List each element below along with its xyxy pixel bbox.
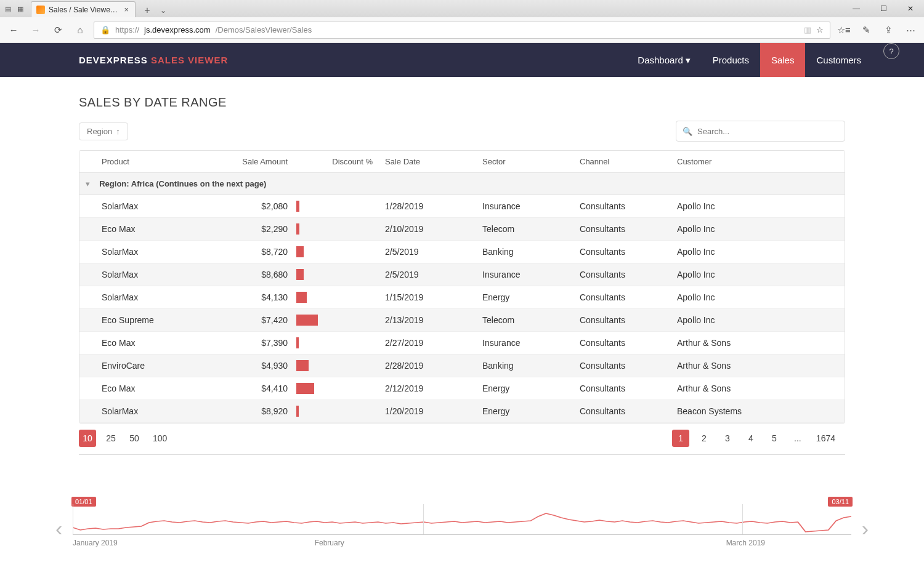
refresh-button[interactable]: ⟳: [49, 22, 67, 39]
cell-amount: $4,130: [197, 286, 294, 309]
col-header-date[interactable]: Sale Date: [379, 151, 476, 173]
nav-dashboard-label: Dashboard: [638, 55, 683, 65]
table-row[interactable]: Eco Supreme$7,4202/13/2019TelecomConsult…: [79, 309, 845, 332]
page-...[interactable]: ...: [789, 430, 806, 447]
page-size-100[interactable]: 100: [149, 430, 171, 447]
lock-icon: 🔒: [100, 25, 110, 34]
cell-amount: $7,390: [197, 332, 294, 355]
cell-discount: [294, 377, 379, 400]
tab-preview-icon[interactable]: ▦: [15, 3, 26, 14]
cell-channel: Consultants: [573, 400, 671, 423]
cell-discount: [294, 218, 379, 241]
col-header-sector[interactable]: Sector: [476, 151, 573, 173]
recent-apps-icon[interactable]: ▤: [2, 3, 14, 14]
help-button[interactable]: ?: [883, 43, 899, 59]
nav-products[interactable]: Products: [702, 43, 760, 77]
date-range-selector[interactable]: 01/01 03/11 ‹ › January 2019 February Ma…: [0, 467, 924, 560]
table-row[interactable]: SolarMax$8,6802/5/2019InsuranceConsultan…: [79, 263, 845, 286]
col-header-customer-label: Customer: [677, 157, 711, 166]
browser-toolbar: ← → ⟳ ⌂ 🔒 https://js.devexpress.com/Demo…: [0, 17, 924, 43]
cell-sector: Energy: [476, 400, 573, 423]
cell-product: SolarMax: [79, 400, 197, 423]
group-row-label: Region: Africa (Continues on the next pa…: [99, 179, 266, 188]
col-header-channel-label: Channel: [580, 157, 609, 166]
table-row[interactable]: SolarMax$8,9201/20/2019EnergyConsultants…: [79, 400, 845, 423]
table-row[interactable]: Eco Max$7,3902/27/2019InsuranceConsultan…: [79, 332, 845, 355]
cell-amount: $8,720: [197, 241, 294, 263]
window-minimize-button[interactable]: —: [843, 0, 870, 17]
cell-sector: Energy: [476, 377, 573, 400]
page-size-10[interactable]: 10: [79, 430, 96, 447]
search-box[interactable]: 🔍: [676, 121, 845, 142]
table-row[interactable]: Eco Max$4,4102/12/2019EnergyConsultantsA…: [79, 377, 845, 400]
cell-channel: Consultants: [573, 263, 671, 286]
search-input[interactable]: [697, 127, 838, 136]
cell-customer: Apollo Inc: [671, 218, 845, 241]
range-tick-feb: February: [315, 539, 344, 547]
back-button[interactable]: ←: [5, 22, 22, 39]
cell-channel: Consultants: [573, 218, 671, 241]
col-header-customer[interactable]: Customer: [671, 151, 845, 173]
cell-date: 2/27/2019: [379, 332, 476, 355]
range-next-button[interactable]: ›: [862, 516, 869, 540]
cell-discount: [294, 309, 379, 332]
favorite-star-icon[interactable]: ☆: [816, 25, 824, 34]
page-2[interactable]: 2: [695, 430, 713, 447]
page-size-25[interactable]: 25: [102, 430, 120, 447]
close-tab-icon[interactable]: ×: [123, 5, 130, 14]
notes-icon[interactable]: ✎: [857, 22, 875, 39]
favicon-icon: [36, 6, 45, 14]
cell-product: SolarMax: [79, 263, 197, 286]
table-row[interactable]: SolarMax$4,1301/15/2019EnergyConsultants…: [79, 286, 845, 309]
cell-discount: [294, 400, 379, 423]
nav-dashboard[interactable]: Dashboard ▾: [626, 43, 701, 77]
forward-button[interactable]: →: [27, 22, 44, 39]
collapse-icon[interactable]: ▾: [86, 179, 95, 188]
window-close-button[interactable]: ✕: [897, 0, 924, 17]
cell-sector: Insurance: [476, 195, 573, 218]
col-header-discount[interactable]: Discount %: [294, 151, 379, 173]
cell-amount: $8,920: [197, 400, 294, 423]
col-header-channel[interactable]: Channel: [573, 151, 671, 173]
cell-date: 2/13/2019: [379, 309, 476, 332]
page-4[interactable]: 4: [742, 430, 760, 447]
cell-amount: $2,290: [197, 218, 294, 241]
cell-date: 2/12/2019: [379, 377, 476, 400]
range-prev-button[interactable]: ‹: [55, 516, 62, 540]
page-1[interactable]: 1: [672, 430, 689, 447]
app-brand[interactable]: DEVEXPRESS SALES VIEWER: [79, 55, 228, 65]
favorites-hub-icon[interactable]: ☆≡: [835, 22, 853, 39]
more-icon[interactable]: ⋯: [902, 22, 919, 39]
address-bar[interactable]: 🔒 https://js.devexpress.com/Demos/SalesV…: [94, 22, 830, 39]
tabs-overflow-icon[interactable]: ⌄: [155, 4, 171, 17]
page-3[interactable]: 3: [719, 430, 736, 447]
table-row[interactable]: SolarMax$8,7202/5/2019BankingConsultants…: [79, 241, 845, 263]
table-row[interactable]: EnviroCare$4,9302/28/2019BankingConsulta…: [79, 355, 845, 377]
page-size-50[interactable]: 50: [126, 430, 143, 447]
range-tick-jan: January 2019: [73, 539, 118, 547]
browser-tab-active[interactable]: Sales / Sale Viewer By D ×: [31, 1, 136, 17]
home-button[interactable]: ⌂: [71, 22, 89, 39]
col-header-discount-label: Discount %: [332, 157, 373, 166]
reading-view-icon[interactable]: ▥: [804, 25, 811, 34]
share-icon[interactable]: ⇪: [880, 22, 897, 39]
nav-sales[interactable]: Sales: [760, 43, 806, 77]
search-icon: 🔍: [683, 127, 692, 136]
window-maximize-button[interactable]: ☐: [870, 0, 897, 17]
col-header-product[interactable]: Product: [79, 151, 197, 173]
group-chip-region[interactable]: Region ↑: [79, 122, 128, 140]
cell-amount: $2,080: [197, 195, 294, 218]
table-row[interactable]: Eco Max$2,2902/10/2019TelecomConsultants…: [79, 218, 845, 241]
nav-customers[interactable]: Customers: [805, 43, 872, 77]
cell-date: 2/28/2019: [379, 355, 476, 377]
cell-customer: Arthur & Sons: [671, 377, 845, 400]
new-tab-button[interactable]: +: [139, 4, 155, 17]
nav-sales-label: Sales: [771, 55, 795, 65]
page-5[interactable]: 5: [766, 430, 783, 447]
table-row[interactable]: SolarMax$2,0801/28/2019InsuranceConsulta…: [79, 195, 845, 218]
range-sparkline[interactable]: [73, 504, 851, 535]
col-header-amount[interactable]: Sale Amount: [197, 151, 294, 173]
page-1674[interactable]: 1674: [813, 430, 839, 447]
nav-customers-label: Customers: [816, 55, 861, 65]
group-row-africa[interactable]: ▾ Region: Africa (Continues on the next …: [79, 173, 845, 195]
